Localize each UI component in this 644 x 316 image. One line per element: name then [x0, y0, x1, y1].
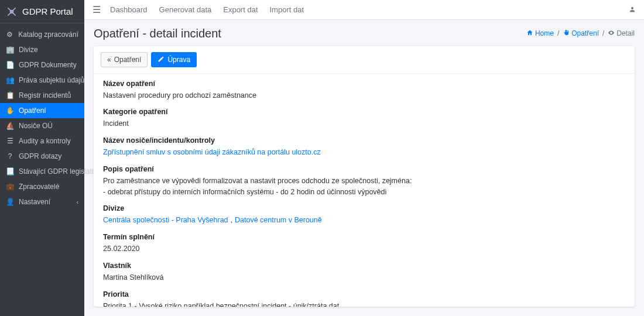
- brand[interactable]: GDPR Portal: [0, 0, 84, 23]
- building-icon: 🏢: [6, 46, 14, 54]
- field-label: Kategorie opatření: [103, 108, 625, 116]
- brand-title: GDPR Portal: [22, 6, 73, 16]
- sidebar-item-prava[interactable]: 👥 Práva subjektu údajů: [0, 73, 84, 88]
- field-priorita: Priorita Priorita 1 - Vysoké riziko např…: [103, 290, 625, 307]
- clipboard-icon: 📋: [6, 91, 14, 99]
- field-value: Priorita 1 - Vysoké riziko například bez…: [103, 301, 625, 307]
- user-menu-icon[interactable]: [629, 4, 636, 15]
- sidebar-item-label: Audity a kontroly: [19, 137, 71, 145]
- topnav: Dashboard Generovat data Export dat Impo…: [110, 5, 304, 14]
- field-value: 25.02.2020: [103, 243, 625, 255]
- field-label: Název nosiče/incidentu/kontroly: [103, 136, 625, 145]
- sidebar-item-label: Registr incidentů: [19, 91, 71, 99]
- menu-toggle-icon[interactable]: ☰: [93, 4, 101, 15]
- list-icon: ☰: [6, 137, 14, 145]
- field-nazev-opatreni: Název opatření Nastavení procedury pro o…: [103, 80, 625, 101]
- detail-card: « Opatření Úprava Název opatření Nastave…: [94, 46, 635, 307]
- field-popis: Popis opatření Pro zaměstnance ve výpově…: [103, 165, 625, 198]
- division-link[interactable]: Centrála společnosti - Praha Vyšehrad: [103, 215, 228, 226]
- user-cog-icon: 👤: [6, 198, 14, 206]
- topnav-export[interactable]: Export dat: [223, 5, 258, 14]
- division-link[interactable]: Datové centrum v Berouně: [235, 215, 322, 226]
- topbar: ☰ Dashboard Generovat data Export dat Im…: [84, 0, 644, 20]
- file-icon: 📄: [6, 61, 14, 69]
- eye-icon: [608, 29, 615, 37]
- incident-link[interactable]: Zpřístupnění smluv s osobními údaji záka…: [103, 148, 321, 156]
- sidebar-item-label: GDPR dotazy: [19, 152, 61, 160]
- field-label: Vlastník: [103, 262, 625, 270]
- svg-point-1: [631, 7, 633, 9]
- sidebar-item-audity[interactable]: ☰ Audity a kontroly: [0, 133, 84, 149]
- sidebar-item-label: Nastavení: [19, 198, 50, 206]
- breadcrumb-sep: /: [602, 29, 604, 37]
- field-kategorie: Kategorie opatření Incident: [103, 108, 625, 129]
- sidebar-nav: ⚙ Katalog zpracování 🏢 Divize 📄 GDPR Dok…: [0, 23, 84, 213]
- sidebar-item-label: Opatření: [19, 107, 46, 115]
- field-value: Nastavení procedury pro odchozí zaměstna…: [103, 90, 625, 101]
- brand-logo-icon: [6, 6, 18, 18]
- field-label: Název opatření: [103, 80, 625, 88]
- sidebar-item-legislativa[interactable]: 📃 Stávající GDPR legislativa: [0, 164, 84, 179]
- sidebar-item-zpracovatele[interactable]: 💼 Zpracovatelé: [0, 179, 84, 194]
- sidebar-item-label: Práva subjektu údajů: [19, 76, 84, 84]
- doc-icon: 📃: [6, 167, 14, 176]
- briefcase-icon: 💼: [6, 183, 14, 191]
- field-termin: Termín splnění 25.02.2020: [103, 233, 625, 255]
- breadcrumb-home[interactable]: Home: [526, 29, 554, 37]
- sidebar: GDPR Portal ⚙ Katalog zpracování 🏢 Diviz…: [0, 0, 84, 316]
- breadcrumb-opatreni[interactable]: Opatření: [563, 29, 599, 37]
- field-label: Priorita: [103, 290, 625, 298]
- field-label: Divize: [103, 204, 625, 212]
- chevron-left-icon: ‹: [77, 199, 78, 205]
- breadcrumb-sep: /: [557, 29, 559, 37]
- field-value: Incident: [103, 118, 625, 129]
- sidebar-item-label: Zpracovatelé: [19, 183, 59, 191]
- sidebar-item-label: GDPR Dokumenty: [19, 61, 77, 69]
- breadcrumb-current: Detail: [608, 29, 635, 37]
- sidebar-item-dokumenty[interactable]: 📄 GDPR Dokumenty: [0, 57, 84, 73]
- field-value: Centrála společnosti - Praha Vyšehrad, D…: [103, 215, 625, 226]
- hand-icon: ✋: [6, 107, 14, 115]
- ship-icon: ⛵: [6, 122, 14, 130]
- home-icon: [526, 29, 533, 37]
- field-value: Pro zaměstnance ve výpovědi formalizovat…: [103, 176, 625, 198]
- hand-icon: [563, 29, 570, 37]
- content-header: Opatření - detail incident Home / Opatře…: [84, 20, 644, 46]
- topnav-import[interactable]: Import dat: [270, 5, 304, 14]
- card-body: Název opatření Nastavení procedury pro o…: [94, 74, 635, 307]
- sidebar-item-dotazy[interactable]: ? GDPR dotazy: [0, 149, 84, 164]
- sidebar-item-opatreni[interactable]: ✋ Opatření: [0, 103, 84, 118]
- sidebar-item-divize[interactable]: 🏢 Divize: [0, 42, 84, 57]
- chevrons-left-icon: «: [107, 56, 111, 64]
- users-icon: 👥: [6, 76, 14, 84]
- main: ☰ Dashboard Generovat data Export dat Im…: [84, 0, 644, 316]
- field-divize: Divize Centrála společnosti - Praha Vyše…: [103, 204, 625, 226]
- field-nazev-nosice: Název nosiče/incidentu/kontroly Zpřístup…: [103, 136, 625, 158]
- question-icon: ?: [6, 152, 14, 160]
- topnav-generovat[interactable]: Generovat data: [159, 5, 212, 14]
- sidebar-item-nastaveni[interactable]: 👤 Nastavení ‹: [0, 194, 84, 209]
- sidebar-item-registr[interactable]: 📋 Registr incidentů: [0, 88, 84, 103]
- topnav-dashboard[interactable]: Dashboard: [110, 5, 148, 14]
- field-label: Popis opatření: [103, 165, 625, 173]
- sidebar-item-label: Nosiče OÚ: [19, 122, 53, 130]
- sidebar-item-nosice[interactable]: ⛵ Nosiče OÚ: [0, 118, 84, 133]
- page-title: Opatření - detail incident: [94, 27, 221, 40]
- field-vlastnik: Vlastník Martina Stehlíková: [103, 262, 625, 283]
- breadcrumb: Home / Opatření / Detail: [526, 29, 635, 37]
- sidebar-item-label: Divize: [19, 46, 38, 54]
- edit-icon: [157, 56, 165, 64]
- sidebar-item-katalog[interactable]: ⚙ Katalog zpracování: [0, 27, 84, 42]
- cog-icon: ⚙: [6, 30, 13, 39]
- card-toolbar: « Opatření Úprava: [94, 46, 635, 74]
- back-button[interactable]: « Opatření: [101, 52, 148, 67]
- sidebar-item-label: Katalog zpracování: [18, 30, 78, 39]
- field-value: Martina Stehlíková: [103, 272, 625, 283]
- field-label: Termín splnění: [103, 233, 625, 241]
- edit-button[interactable]: Úprava: [151, 52, 197, 67]
